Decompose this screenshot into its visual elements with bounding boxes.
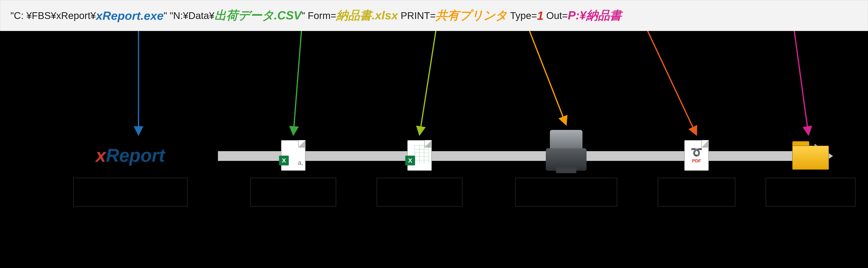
pdf-icon: ➰ PDF (684, 140, 709, 171)
node-csv-label (250, 178, 336, 207)
excel-badge-icon: X (279, 156, 289, 165)
excel-xlsx-icon: X (407, 140, 432, 171)
excel-a-glyph: a, (298, 159, 303, 166)
excel-badge-icon: X (405, 156, 415, 165)
arrow-type (648, 31, 696, 135)
cmd-post2: " Form= (302, 10, 336, 21)
arrow-printer (529, 31, 566, 125)
cmd-post4: Type= (507, 10, 537, 21)
node-folder (766, 139, 856, 207)
node-xreport-label (73, 178, 187, 207)
cmd-post5: Out= (544, 10, 568, 21)
node-xlsx: X (377, 139, 462, 207)
cmd-post1: " "N:¥Data¥ (163, 10, 214, 21)
folder-icon (792, 141, 829, 170)
command-line-bar: "C: ¥FBS¥xReport¥xReport.exe" "N:¥Data¥出… (0, 0, 868, 31)
excel-grid-icon (415, 145, 429, 164)
excel-csv-icon: X a, (281, 140, 306, 171)
cmd-printer: 共有プリンタ (436, 8, 507, 22)
pdf-symbol: ➰ (690, 147, 703, 157)
cmd-exe: xReport.exe (96, 9, 163, 22)
node-printer (515, 129, 617, 207)
arrow-csv (293, 31, 302, 135)
cmd-pre1: "C: ¥FBS¥xReport¥ (10, 10, 96, 21)
node-pdf: ➰ PDF (658, 139, 735, 207)
arrow-out (794, 31, 809, 135)
arrow-xlsx (420, 31, 436, 135)
cmd-post3: PRINT= (398, 10, 436, 21)
pdf-text: PDF (692, 158, 701, 164)
node-printer-label (515, 178, 617, 207)
printer-icon (546, 130, 587, 171)
logo-rest: Report (106, 145, 165, 166)
node-xreport: xReport (73, 139, 187, 207)
xreport-logo: xReport (96, 146, 165, 165)
cmd-xlsx: 納品書.xlsx (336, 8, 398, 22)
node-csv: X a, (250, 139, 336, 207)
node-folder-label (766, 178, 856, 207)
node-pdf-label (658, 178, 735, 207)
cmd-out: P:¥納品書 (568, 8, 622, 22)
cmd-csv: 出荷データ.CSV (214, 8, 302, 22)
node-xlsx-label (377, 178, 462, 207)
flow-diagram: xReport X a, X (0, 31, 868, 245)
logo-x-letter: x (96, 145, 106, 166)
cmd-type: 1 (537, 9, 544, 22)
